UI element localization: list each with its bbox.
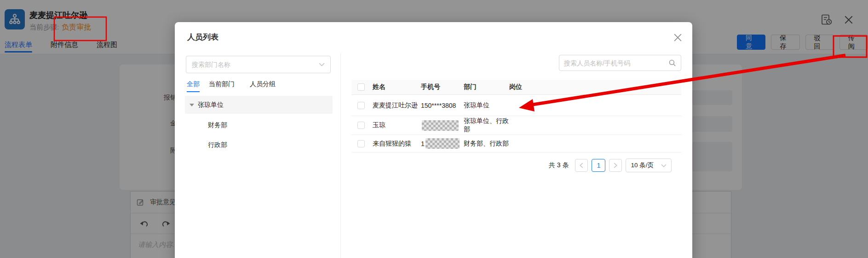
row-checkbox[interactable] bbox=[357, 102, 365, 109]
page-size-value: 10 条/页 bbox=[631, 161, 654, 170]
cell-dept: 财务部、行政部 bbox=[464, 140, 509, 148]
tree-node-finance[interactable]: 财务部 bbox=[208, 121, 227, 129]
row-checkbox[interactable] bbox=[357, 122, 365, 129]
select-all-checkbox[interactable] bbox=[357, 83, 365, 91]
col-name: 姓名 bbox=[373, 83, 421, 91]
chevron-right-icon bbox=[613, 163, 618, 168]
modal-close-icon[interactable] bbox=[673, 33, 682, 42]
col-dept: 部门 bbox=[464, 83, 509, 91]
modal-title: 人员列表 bbox=[187, 32, 218, 42]
screen: 麦麦提江吐尔逊 当前步骤:负责审批 流程表单 附件信息 流程图 bbox=[0, 0, 868, 258]
cell-name: 麦麦提江吐尔逊 bbox=[373, 101, 421, 110]
table-row[interactable]: 玉琼 张琼单位、行政部 bbox=[351, 116, 681, 135]
cell-phone: 150****3808 bbox=[421, 102, 464, 109]
page-number-1[interactable]: 1 bbox=[592, 159, 605, 172]
person-search-input[interactable] bbox=[564, 59, 668, 67]
cell-name: 来自猩猩的猿 bbox=[373, 140, 421, 148]
pagination: 共 3 条 1 10 条/页 bbox=[549, 158, 672, 172]
cell-dept: 张琼单位 bbox=[464, 101, 509, 110]
pagination-total: 共 3 条 bbox=[549, 161, 569, 170]
next-page-button[interactable] bbox=[609, 159, 622, 172]
prev-page-button[interactable] bbox=[575, 159, 588, 172]
cell-phone bbox=[421, 120, 464, 131]
cell-dept: 张琼单位、行政部 bbox=[464, 117, 509, 134]
search-icon bbox=[668, 59, 676, 67]
tree-node-root[interactable]: 张琼单位 bbox=[185, 96, 333, 114]
masked-phone bbox=[422, 120, 459, 131]
dept-filter-tabs: 全部 当前部门 人员分组 bbox=[187, 80, 276, 92]
filter-tab-current-dept[interactable]: 当前部门 bbox=[209, 80, 235, 92]
caret-down-icon bbox=[190, 104, 194, 106]
chevron-left-icon bbox=[579, 163, 584, 168]
row-checkbox[interactable] bbox=[357, 140, 365, 147]
personnel-modal: 人员列表 全部 当前部门 人员分组 张琼单位 财务部 行政部 bbox=[175, 22, 692, 258]
col-post: 岗位 bbox=[509, 83, 681, 91]
person-search-box[interactable] bbox=[559, 55, 681, 71]
dept-search-input[interactable] bbox=[192, 61, 319, 68]
filter-tab-person-group[interactable]: 人员分组 bbox=[250, 80, 276, 92]
cell-phone: 1 bbox=[421, 138, 464, 149]
chevron-down-icon bbox=[319, 63, 325, 66]
panel-divider bbox=[340, 53, 341, 258]
personnel-table: 姓名 手机号 部门 岗位 麦麦提江吐尔逊 150****3808 张琼单位 玉琼… bbox=[351, 80, 681, 152]
filter-tab-all[interactable]: 全部 bbox=[187, 80, 200, 92]
table-row[interactable]: 来自猩猩的猿 1 财务部、行政部 bbox=[351, 135, 681, 152]
tree-node-admin[interactable]: 行政部 bbox=[208, 141, 227, 149]
table-header-row: 姓名 手机号 部门 岗位 bbox=[351, 80, 681, 95]
col-phone: 手机号 bbox=[421, 83, 464, 91]
cell-name: 玉琼 bbox=[373, 121, 421, 129]
tree-root-label: 张琼单位 bbox=[198, 101, 224, 109]
dept-search-select[interactable] bbox=[186, 56, 331, 73]
page-size-select[interactable]: 10 条/页 bbox=[626, 158, 672, 172]
masked-phone bbox=[425, 138, 460, 149]
table-row[interactable]: 麦麦提江吐尔逊 150****3808 张琼单位 bbox=[351, 95, 681, 116]
chevron-down-icon bbox=[661, 164, 667, 167]
